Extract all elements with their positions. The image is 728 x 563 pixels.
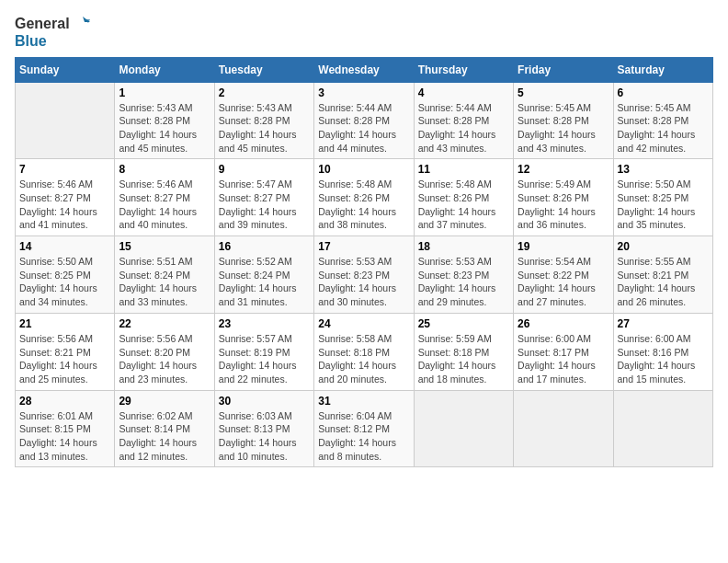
calendar-header-row: SundayMondayTuesdayWednesdayThursdayFrid…: [16, 57, 713, 82]
calendar-cell: 18Sunrise: 5:53 AM Sunset: 8:23 PM Dayli…: [414, 236, 513, 314]
header-wednesday: Wednesday: [314, 57, 414, 82]
day-info: Sunrise: 5:51 AM Sunset: 8:24 PM Dayligh…: [119, 255, 210, 309]
day-info: Sunrise: 5:53 AM Sunset: 8:23 PM Dayligh…: [418, 255, 509, 309]
day-number: 24: [318, 317, 409, 330]
day-info: Sunrise: 5:56 AM Sunset: 8:21 PM Dayligh…: [19, 332, 110, 386]
day-number: 29: [119, 395, 210, 408]
calendar-cell: 26Sunrise: 6:00 AM Sunset: 8:17 PM Dayli…: [514, 313, 613, 390]
page-header: General Blue: [15, 15, 713, 50]
calendar-cell: [414, 390, 513, 467]
day-info: Sunrise: 5:49 AM Sunset: 8:26 PM Dayligh…: [518, 178, 609, 232]
day-info: Sunrise: 6:00 AM Sunset: 8:17 PM Dayligh…: [518, 332, 609, 386]
day-number: 28: [19, 395, 110, 408]
calendar-cell: 22Sunrise: 5:56 AM Sunset: 8:20 PM Dayli…: [115, 313, 214, 390]
calendar-cell: 12Sunrise: 5:49 AM Sunset: 8:26 PM Dayli…: [514, 159, 613, 236]
day-info: Sunrise: 5:57 AM Sunset: 8:19 PM Dayligh…: [219, 332, 310, 386]
day-info: Sunrise: 5:43 AM Sunset: 8:28 PM Dayligh…: [219, 101, 310, 155]
day-info: Sunrise: 5:50 AM Sunset: 8:25 PM Dayligh…: [19, 255, 110, 309]
calendar-cell: 19Sunrise: 5:54 AM Sunset: 8:22 PM Dayli…: [514, 236, 613, 314]
day-number: 27: [618, 317, 709, 330]
day-number: 5: [518, 86, 609, 99]
day-info: Sunrise: 5:52 AM Sunset: 8:24 PM Dayligh…: [219, 255, 310, 309]
calendar-week-row: 28Sunrise: 6:01 AM Sunset: 8:15 PM Dayli…: [16, 390, 713, 467]
calendar-cell: 9Sunrise: 5:47 AM Sunset: 8:27 PM Daylig…: [214, 159, 313, 236]
day-number: 22: [119, 317, 210, 330]
calendar-cell: 3Sunrise: 5:44 AM Sunset: 8:28 PM Daylig…: [314, 82, 414, 159]
day-number: 21: [19, 317, 110, 330]
calendar-cell: 15Sunrise: 5:51 AM Sunset: 8:24 PM Dayli…: [115, 236, 214, 314]
day-info: Sunrise: 6:02 AM Sunset: 8:14 PM Dayligh…: [119, 409, 210, 464]
calendar-cell: 10Sunrise: 5:48 AM Sunset: 8:26 PM Dayli…: [314, 159, 414, 236]
logo-text-blue: Blue: [15, 33, 90, 50]
calendar-cell: 8Sunrise: 5:46 AM Sunset: 8:27 PM Daylig…: [115, 159, 214, 236]
calendar-cell: [16, 82, 115, 159]
header-sunday: Sunday: [16, 57, 115, 82]
day-info: Sunrise: 5:56 AM Sunset: 8:20 PM Dayligh…: [119, 332, 210, 386]
calendar-cell: 21Sunrise: 5:56 AM Sunset: 8:21 PM Dayli…: [16, 313, 115, 390]
calendar-cell: 29Sunrise: 6:02 AM Sunset: 8:14 PM Dayli…: [115, 390, 214, 467]
day-info: Sunrise: 5:54 AM Sunset: 8:22 PM Dayligh…: [518, 255, 609, 309]
day-number: 6: [618, 86, 709, 99]
day-number: 12: [518, 163, 609, 176]
day-number: 18: [418, 240, 509, 253]
logo-text-general: General: [15, 16, 70, 32]
calendar-cell: [514, 390, 613, 467]
calendar-cell: 14Sunrise: 5:50 AM Sunset: 8:25 PM Dayli…: [16, 236, 115, 314]
calendar-week-row: 1Sunrise: 5:43 AM Sunset: 8:28 PM Daylig…: [16, 82, 713, 159]
calendar-cell: 27Sunrise: 6:00 AM Sunset: 8:16 PM Dayli…: [613, 313, 712, 390]
calendar-cell: 23Sunrise: 5:57 AM Sunset: 8:19 PM Dayli…: [214, 313, 313, 390]
day-info: Sunrise: 5:58 AM Sunset: 8:18 PM Dayligh…: [318, 332, 409, 386]
calendar-cell: 11Sunrise: 5:48 AM Sunset: 8:26 PM Dayli…: [414, 159, 513, 236]
header-saturday: Saturday: [613, 57, 712, 82]
day-number: 3: [318, 86, 409, 99]
calendar-cell: 30Sunrise: 6:03 AM Sunset: 8:13 PM Dayli…: [214, 390, 313, 467]
day-number: 31: [318, 395, 409, 408]
day-number: 1: [119, 86, 210, 99]
calendar-week-row: 14Sunrise: 5:50 AM Sunset: 8:25 PM Dayli…: [16, 236, 713, 314]
day-info: Sunrise: 5:55 AM Sunset: 8:21 PM Dayligh…: [618, 255, 709, 309]
day-info: Sunrise: 5:43 AM Sunset: 8:28 PM Dayligh…: [119, 101, 210, 155]
calendar-cell: 2Sunrise: 5:43 AM Sunset: 8:28 PM Daylig…: [214, 82, 313, 159]
calendar-cell: [613, 390, 712, 467]
calendar-cell: 31Sunrise: 6:04 AM Sunset: 8:12 PM Dayli…: [314, 390, 414, 467]
day-number: 17: [318, 240, 409, 253]
calendar-cell: 28Sunrise: 6:01 AM Sunset: 8:15 PM Dayli…: [16, 390, 115, 467]
day-info: Sunrise: 5:59 AM Sunset: 8:18 PM Dayligh…: [418, 332, 509, 386]
day-info: Sunrise: 5:46 AM Sunset: 8:27 PM Dayligh…: [19, 178, 110, 232]
day-number: 13: [618, 163, 709, 176]
calendar-cell: 25Sunrise: 5:59 AM Sunset: 8:18 PM Dayli…: [414, 313, 513, 390]
day-info: Sunrise: 5:50 AM Sunset: 8:25 PM Dayligh…: [618, 178, 709, 232]
calendar-table: SundayMondayTuesdayWednesdayThursdayFrid…: [15, 57, 713, 468]
day-number: 25: [418, 317, 509, 330]
logo-container: General Blue: [15, 15, 90, 50]
day-info: Sunrise: 6:04 AM Sunset: 8:12 PM Dayligh…: [318, 409, 409, 464]
day-info: Sunrise: 5:47 AM Sunset: 8:27 PM Dayligh…: [219, 178, 310, 232]
day-info: Sunrise: 5:53 AM Sunset: 8:23 PM Dayligh…: [318, 255, 409, 309]
day-number: 11: [418, 163, 509, 176]
day-number: 16: [219, 240, 310, 253]
day-number: 26: [518, 317, 609, 330]
day-info: Sunrise: 6:01 AM Sunset: 8:15 PM Dayligh…: [19, 409, 110, 464]
day-info: Sunrise: 5:45 AM Sunset: 8:28 PM Dayligh…: [518, 101, 609, 155]
calendar-cell: 17Sunrise: 5:53 AM Sunset: 8:23 PM Dayli…: [314, 236, 414, 314]
day-info: Sunrise: 5:44 AM Sunset: 8:28 PM Dayligh…: [418, 101, 509, 155]
calendar-cell: 7Sunrise: 5:46 AM Sunset: 8:27 PM Daylig…: [16, 159, 115, 236]
day-info: Sunrise: 5:44 AM Sunset: 8:28 PM Dayligh…: [318, 101, 409, 155]
day-info: Sunrise: 5:48 AM Sunset: 8:26 PM Dayligh…: [318, 178, 409, 232]
calendar-cell: 24Sunrise: 5:58 AM Sunset: 8:18 PM Dayli…: [314, 313, 414, 390]
calendar-cell: 5Sunrise: 5:45 AM Sunset: 8:28 PM Daylig…: [514, 82, 613, 159]
day-number: 10: [318, 163, 409, 176]
logo: General Blue: [15, 15, 90, 50]
header-tuesday: Tuesday: [214, 57, 313, 82]
day-number: 19: [518, 240, 609, 253]
day-number: 15: [119, 240, 210, 253]
calendar-cell: 16Sunrise: 5:52 AM Sunset: 8:24 PM Dayli…: [214, 236, 313, 314]
day-number: 30: [219, 395, 310, 408]
day-info: Sunrise: 6:00 AM Sunset: 8:16 PM Dayligh…: [618, 332, 709, 386]
logo-bird-icon: [72, 15, 90, 33]
calendar-cell: 4Sunrise: 5:44 AM Sunset: 8:28 PM Daylig…: [414, 82, 513, 159]
header-friday: Friday: [514, 57, 613, 82]
day-info: Sunrise: 5:48 AM Sunset: 8:26 PM Dayligh…: [418, 178, 509, 232]
calendar-cell: 20Sunrise: 5:55 AM Sunset: 8:21 PM Dayli…: [613, 236, 712, 314]
calendar-cell: 6Sunrise: 5:45 AM Sunset: 8:28 PM Daylig…: [613, 82, 712, 159]
